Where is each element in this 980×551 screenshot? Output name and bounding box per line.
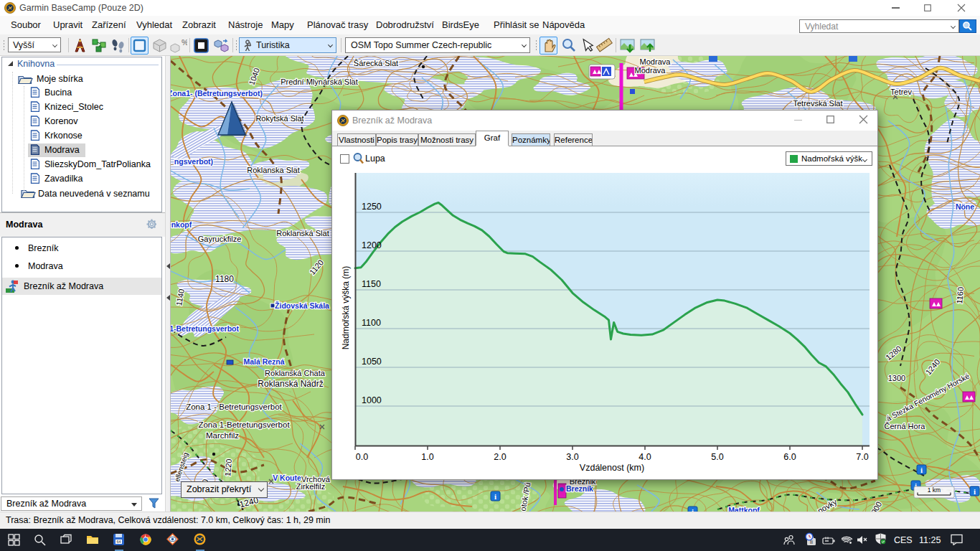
svg-text:Nadmořská výška (m): Nadmořská výška (m) (341, 266, 351, 350)
svg-text:li: li (810, 540, 813, 545)
svg-text:Černá Hora: Černá Hora (885, 422, 926, 430)
svg-text:Zona 1 - Betretungsverbot: Zona 1 - Betretungsverbot (186, 402, 282, 411)
svg-text:Prední Mlynárská Slat: Prední Mlynárská Slat (281, 77, 358, 86)
svg-text:Tetrevská Slat: Tetrevská Slat (793, 99, 842, 108)
svg-text:1250: 1250 (362, 202, 382, 212)
svg-text:i: i (494, 492, 496, 501)
svg-text:Gayruckfilze: Gayruckfilze (198, 235, 242, 243)
svg-text:%: % (182, 38, 187, 47)
svg-text:Mattkopf: Mattkopf (728, 506, 760, 512)
svg-text:Roklanská Chata: Roklanská Chata (265, 369, 326, 377)
svg-text:1160: 1160 (955, 286, 965, 304)
svg-text:Rokytská Slat: Rokytská Slat (255, 114, 303, 123)
svg-text:1100: 1100 (362, 318, 381, 328)
svg-text:0.0: 0.0 (356, 452, 368, 462)
svg-text:Malá Rezná: Malá Rezná (243, 357, 284, 366)
svg-text:Tetrev: Tetrev (890, 88, 912, 96)
svg-text:2.0: 2.0 (494, 452, 506, 462)
svg-text:Zirkelfilz: Zirkelfilz (296, 482, 325, 491)
svg-text:1050: 1050 (362, 357, 382, 367)
svg-text:V Koute: V Koute (273, 474, 301, 482)
svg-text:i: i (974, 487, 976, 496)
svg-text:1180: 1180 (215, 274, 234, 284)
svg-text:Židovská Skála: Židovská Skála (275, 301, 329, 310)
svg-text:enkopf: enkopf (171, 220, 192, 229)
svg-text:1.0: 1.0 (421, 452, 433, 462)
svg-text:Zona 1-Betretungsverbot: Zona 1-Betretungsverbot (198, 420, 290, 429)
svg-text:1300: 1300 (888, 374, 905, 382)
svg-text:5.0: 5.0 (711, 452, 723, 462)
svg-text:Modrava: Modrava (635, 66, 666, 75)
svg-text:Marchfilz: Marchfilz (206, 431, 239, 440)
svg-text:3.0: 3.0 (566, 452, 578, 462)
svg-text:Vzdálenost (km): Vzdálenost (km) (580, 463, 644, 473)
svg-text:1150: 1150 (362, 279, 381, 289)
svg-text:6.0: 6.0 (783, 452, 796, 462)
svg-text:ngsverbot): ngsverbot) (174, 157, 213, 166)
svg-text:1 km: 1 km (928, 486, 941, 494)
svg-text:i: i (920, 466, 923, 474)
svg-text:Roklanská Nádrž: Roklanská Nádrž (258, 379, 323, 389)
svg-text:ne 1-Betretungsverbot: ne 1-Betretungsverbot (171, 324, 240, 333)
svg-text:Roklanska Slat: Roklanska Slat (247, 166, 299, 174)
svg-text:Modrava: Modrava (640, 57, 672, 66)
svg-text:Šárecká Slat: Šárecká Slat (354, 59, 398, 67)
svg-text:1200: 1200 (362, 240, 382, 250)
svg-text:1000: 1000 (362, 395, 382, 405)
svg-text:1220: 1220 (223, 458, 233, 476)
svg-text:Roklanská Slat: Roklanská Slat (276, 229, 329, 237)
svg-text:7.0: 7.0 (856, 452, 868, 462)
svg-text:64: 64 (116, 540, 121, 544)
svg-text:Zona1- (Betretungsverbot): Zona1- (Betretungsverbot) (171, 89, 263, 98)
svg-text:4.0: 4.0 (639, 452, 651, 462)
svg-text:Nöne: Nöne (956, 202, 974, 211)
